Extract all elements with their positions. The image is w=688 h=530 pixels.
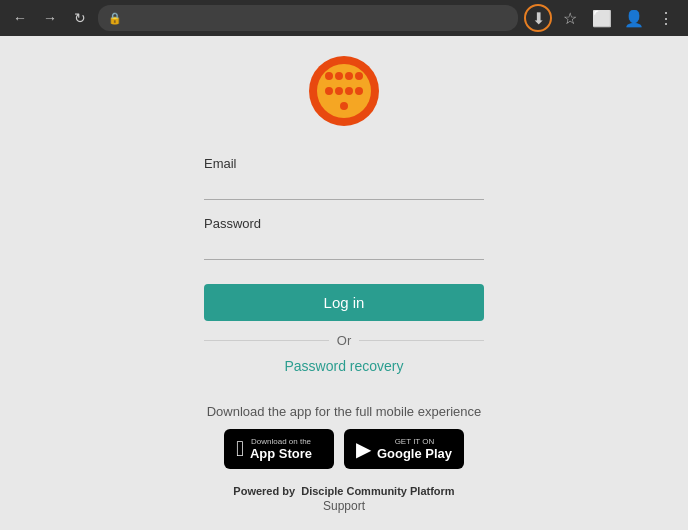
login-button[interactable]: Log in (204, 284, 484, 321)
app-store-button[interactable]:  Download on the App Store (224, 429, 334, 469)
email-input[interactable] (204, 175, 484, 200)
profile-icon[interactable]: 👤 (620, 4, 648, 32)
password-input[interactable] (204, 235, 484, 260)
bookmark-icon[interactable]: ☆ (556, 4, 584, 32)
app-store-subtitle: Download on the (250, 437, 312, 446)
footer-powered: Powered by Disciple Community Platform (233, 485, 454, 497)
menu-icon[interactable]: ⋮ (652, 4, 680, 32)
address-bar[interactable]: 🔒 (98, 5, 518, 31)
back-button[interactable]: ← (8, 6, 32, 30)
google-play-icon: ▶ (356, 437, 371, 461)
toolbar-icons: ⬇ ☆ ⬜ 👤 ⋮ (524, 4, 680, 32)
google-play-text: GET IT ON Google Play (377, 437, 452, 461)
browser-chrome: ← → ↻ 🔒 ⬇ ☆ ⬜ 👤 ⋮ (0, 0, 688, 36)
password-recovery-link[interactable]: Password recovery (204, 358, 484, 374)
footer: Powered by Disciple Community Platform S… (233, 485, 454, 513)
download-section: Download the app for the full mobile exp… (207, 404, 482, 481)
app-logo (309, 56, 379, 126)
app-store-text: Download on the App Store (250, 437, 312, 461)
extensions-icon[interactable]: ⬜ (588, 4, 616, 32)
download-icon[interactable]: ⬇ (524, 4, 552, 32)
lock-icon: 🔒 (108, 12, 122, 25)
google-play-button[interactable]: ▶ GET IT ON Google Play (344, 429, 464, 469)
divider-line-right (359, 340, 484, 341)
app-store-title: App Store (250, 446, 312, 461)
page-content: Email Password Log in Or Password recove… (0, 36, 688, 530)
reload-button[interactable]: ↻ (68, 6, 92, 30)
password-label: Password (204, 216, 484, 231)
email-label: Email (204, 156, 484, 171)
password-field-group: Password (204, 216, 484, 260)
or-text: Or (337, 333, 351, 348)
logo-container (309, 56, 379, 126)
login-form: Email Password Log in Or Password recove… (204, 156, 484, 394)
support-link[interactable]: Support (233, 499, 454, 513)
apple-icon:  (236, 436, 244, 462)
forward-button[interactable]: → (38, 6, 62, 30)
platform-name: Disciple Community Platform (301, 485, 454, 497)
powered-by-label: Powered by (233, 485, 295, 497)
google-play-subtitle: GET IT ON (377, 437, 452, 446)
divider-line-left (204, 340, 329, 341)
app-buttons:  Download on the App Store ▶ GET IT ON … (207, 429, 482, 469)
google-play-title: Google Play (377, 446, 452, 461)
divider: Or (204, 333, 484, 348)
email-field-group: Email (204, 156, 484, 200)
download-description: Download the app for the full mobile exp… (207, 404, 482, 419)
